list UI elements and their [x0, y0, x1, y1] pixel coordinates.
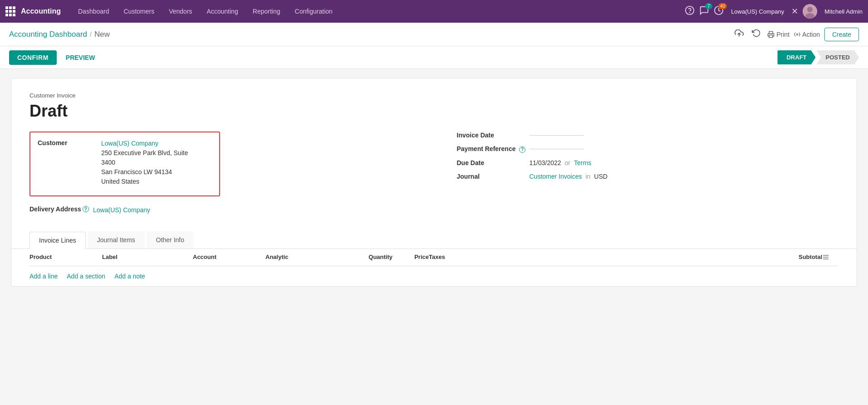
th-label: Label [102, 254, 193, 262]
close-icon[interactable]: ✕ [791, 6, 798, 16]
clock-badge: 40 [718, 3, 727, 9]
status-posted: POSTED [817, 50, 859, 64]
th-price: Price [392, 254, 429, 262]
create-button[interactable]: Create [824, 28, 859, 41]
nav-item-customers[interactable]: Customers [118, 0, 161, 23]
customer-name[interactable]: Lowa(US) Company [101, 139, 188, 148]
th-quantity: Quantity [338, 254, 392, 262]
nav-right-actions: 7 40 Lowa(US) Company ✕ Mitchell Admin [685, 4, 863, 19]
upload-icon[interactable] [733, 27, 745, 42]
chat-badge: 7 [705, 3, 712, 9]
status-bar: DRAFT POSTED [777, 50, 859, 64]
breadcrumb-separator: / [90, 31, 92, 38]
nav-item-dashboard[interactable]: Dashboard [72, 0, 116, 23]
customer-address-line4: United States [101, 177, 188, 186]
due-date-value[interactable]: 11/03/2022 [530, 159, 561, 166]
due-date-label: Due Date [457, 159, 530, 166]
svg-point-1 [690, 12, 690, 13]
svg-point-8 [796, 34, 798, 35]
journal-label: Journal [457, 173, 530, 180]
invoice-type-label: Customer Invoice [29, 92, 839, 99]
main-content: Customer Invoice Draft Customer Lowa(US)… [0, 69, 868, 405]
right-panel: Invoice Date Payment Reference ? Due Dat… [439, 132, 839, 218]
customer-address-line2: 3400 [101, 158, 188, 167]
svg-point-5 [805, 13, 814, 19]
th-actions [822, 254, 839, 262]
invoice-status-title: Draft [29, 102, 839, 121]
tab-other-info[interactable]: Other Info [147, 231, 194, 249]
table-add-actions: Add a line Add a section Add a note [29, 266, 839, 286]
terms-text[interactable]: Terms [574, 159, 591, 166]
app-grid-icon[interactable] [5, 6, 15, 16]
nav-item-reporting[interactable]: Reporting [246, 0, 287, 23]
delivery-value[interactable]: Lowa(US) Company [93, 205, 150, 215]
journal-currency[interactable]: USD [594, 173, 608, 180]
user-name: Mitchell Admin [824, 8, 863, 15]
th-account: Account [193, 254, 265, 262]
table-section: Product Label Account Analytic Quantity … [11, 249, 857, 286]
clock-icon[interactable]: 40 [714, 5, 724, 18]
company-name: Lowa(US) Company [731, 8, 784, 15]
tab-invoice-lines[interactable]: Invoice Lines [29, 232, 86, 249]
add-note-link[interactable]: Add a note [114, 273, 145, 280]
invoice-form-grid: Customer Lowa(US) Company 250 Executive … [29, 132, 839, 218]
customer-value: Lowa(US) Company 250 Executive Park Blvd… [101, 139, 188, 186]
delivery-field-row: Delivery Address ? Lowa(US) Company [29, 205, 430, 215]
customer-label: Customer [38, 139, 101, 146]
invoice-card: Customer Invoice Draft Customer Lowa(US)… [11, 78, 857, 287]
refresh-icon[interactable] [750, 27, 763, 42]
breadcrumb-current: New [94, 30, 110, 39]
support-icon[interactable] [685, 5, 695, 18]
app-name: Accounting [21, 7, 61, 15]
create-label: Create [832, 31, 851, 38]
avatar[interactable] [803, 4, 817, 19]
customer-box: Customer Lowa(US) Company 250 Executive … [29, 132, 220, 196]
payment-ref-label: Payment Reference ? [457, 145, 530, 153]
due-date-row: Due Date 11/03/2022 or Terms [457, 159, 839, 166]
chat-icon[interactable]: 7 [699, 5, 709, 18]
nav-item-configuration[interactable]: Configuration [289, 0, 339, 23]
tab-journal-items[interactable]: Journal Items [88, 231, 145, 249]
delivery-label: Delivery Address ? [29, 205, 93, 213]
invoice-date-label: Invoice Date [457, 132, 530, 139]
journal-value[interactable]: Customer Invoices [530, 173, 582, 180]
th-subtotal: Subtotal [483, 254, 822, 262]
print-button[interactable]: Print [767, 31, 790, 38]
action-button[interactable]: Action [794, 31, 820, 38]
customer-field-row: Customer Lowa(US) Company 250 Executive … [38, 139, 212, 186]
breadcrumb-parent[interactable]: Accounting Dashboard [9, 30, 87, 39]
or-text: or [565, 159, 570, 166]
th-product: Product [29, 254, 102, 262]
breadcrumb-bar: Accounting Dashboard / New Print Action … [0, 23, 868, 46]
delivery-help-icon[interactable]: ? [83, 206, 89, 212]
breadcrumb-actions: Print Action Create [733, 27, 859, 42]
tabs-container: Invoice Lines Journal Items Other Info [11, 231, 857, 249]
left-panel: Customer Lowa(US) Company 250 Executive … [29, 132, 430, 218]
print-label: Print [776, 31, 790, 38]
customer-address-line1: 250 Executive Park Blvd, Suite [101, 148, 188, 158]
journal-row: Journal Customer Invoices in USD [457, 173, 839, 180]
th-analytic: Analytic [265, 254, 338, 262]
payment-ref-help-icon[interactable]: ? [519, 146, 525, 153]
nav-item-accounting[interactable]: Accounting [201, 0, 245, 23]
table-header: Product Label Account Analytic Quantity … [29, 249, 839, 266]
action-label: Action [802, 31, 820, 38]
invoice-date-row: Invoice Date [457, 132, 839, 139]
journal-in-text: in [585, 173, 590, 180]
preview-button[interactable]: PREVIEW [64, 50, 97, 65]
nav-item-vendors[interactable]: Vendors [162, 0, 198, 23]
add-section-link[interactable]: Add a section [67, 273, 105, 280]
confirm-button[interactable]: CONFIRM [9, 50, 57, 65]
svg-point-4 [807, 7, 813, 12]
top-navigation: Accounting Dashboard Customers Vendors A… [0, 0, 868, 23]
add-line-link[interactable]: Add a line [29, 273, 58, 280]
status-draft: DRAFT [777, 50, 815, 64]
svg-rect-7 [769, 35, 773, 37]
customer-address-line3: San Francisco LW 94134 [101, 167, 188, 177]
action-bar: CONFIRM PREVIEW DRAFT POSTED [0, 46, 868, 69]
th-taxes: Taxes [429, 254, 483, 262]
payment-ref-row: Payment Reference ? [457, 145, 839, 153]
invoice-date-value[interactable] [530, 135, 584, 136]
payment-ref-value[interactable] [530, 149, 584, 149]
